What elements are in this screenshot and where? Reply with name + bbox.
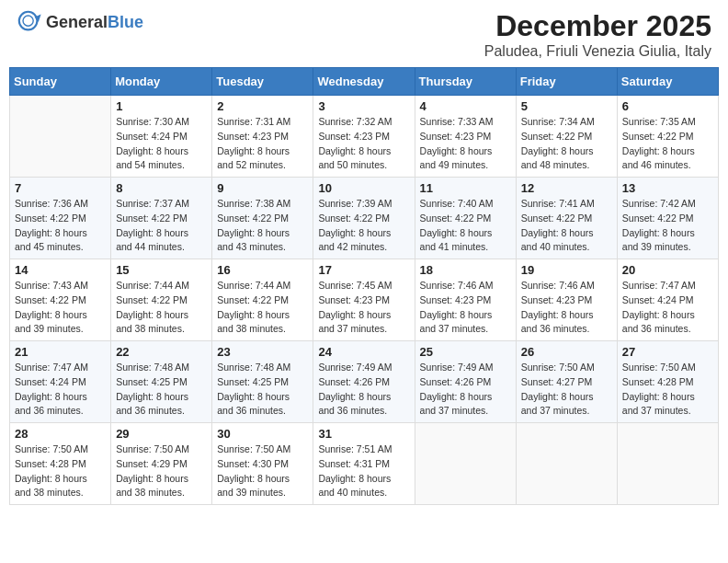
calendar-cell: 14Sunrise: 7:43 AMSunset: 4:22 PMDayligh…: [10, 259, 111, 341]
calendar-cell: 26Sunrise: 7:50 AMSunset: 4:27 PMDayligh…: [516, 341, 617, 423]
day-info: Sunrise: 7:50 AMSunset: 4:28 PMDaylight:…: [15, 442, 106, 500]
day-number: 21: [15, 345, 106, 359]
day-number: 28: [15, 427, 106, 441]
day-header-sunday: Sunday: [10, 68, 111, 96]
logo-general: General: [46, 13, 108, 31]
day-info: Sunrise: 7:31 AMSunset: 4:23 PMDaylight:…: [217, 115, 308, 173]
calendar-week-0: 1Sunrise: 7:30 AMSunset: 4:24 PMDaylight…: [10, 96, 719, 178]
calendar-cell: 2Sunrise: 7:31 AMSunset: 4:23 PMDaylight…: [212, 96, 313, 178]
day-info: Sunrise: 7:43 AMSunset: 4:22 PMDaylight:…: [15, 279, 106, 337]
day-header-thursday: Thursday: [415, 68, 516, 96]
day-number: 4: [420, 99, 511, 113]
calendar-cell: 18Sunrise: 7:46 AMSunset: 4:23 PMDayligh…: [415, 259, 516, 341]
calendar-cell: 31Sunrise: 7:51 AMSunset: 4:31 PMDayligh…: [313, 423, 415, 505]
calendar-cell: 17Sunrise: 7:45 AMSunset: 4:23 PMDayligh…: [313, 259, 415, 341]
day-header-friday: Friday: [516, 68, 617, 96]
calendar-cell: 22Sunrise: 7:48 AMSunset: 4:25 PMDayligh…: [111, 341, 212, 423]
day-info: Sunrise: 7:48 AMSunset: 4:25 PMDaylight:…: [116, 361, 207, 419]
day-number: 23: [217, 345, 308, 359]
day-number: 11: [420, 181, 511, 195]
day-number: 20: [622, 263, 713, 277]
day-info: Sunrise: 7:44 AMSunset: 4:22 PMDaylight:…: [217, 279, 308, 337]
day-number: 12: [521, 181, 612, 195]
day-info: Sunrise: 7:33 AMSunset: 4:23 PMDaylight:…: [420, 115, 511, 173]
month-title: December 2025: [484, 9, 711, 43]
calendar-cell: 5Sunrise: 7:34 AMSunset: 4:22 PMDaylight…: [516, 96, 617, 178]
calendar-cell: 1Sunrise: 7:30 AMSunset: 4:24 PMDaylight…: [111, 96, 212, 178]
calendar-cell: [516, 423, 617, 505]
logo-icon: [17, 9, 42, 35]
day-number: 26: [521, 345, 612, 359]
day-info: Sunrise: 7:38 AMSunset: 4:22 PMDaylight:…: [217, 197, 308, 255]
calendar-cell: 20Sunrise: 7:47 AMSunset: 4:24 PMDayligh…: [617, 259, 718, 341]
day-number: 6: [622, 99, 713, 113]
day-info: Sunrise: 7:39 AMSunset: 4:22 PMDaylight:…: [318, 197, 409, 255]
day-info: Sunrise: 7:42 AMSunset: 4:22 PMDaylight:…: [622, 197, 713, 255]
day-number: 10: [318, 181, 409, 195]
day-info: Sunrise: 7:51 AMSunset: 4:31 PMDaylight:…: [318, 442, 409, 500]
day-header-saturday: Saturday: [617, 68, 718, 96]
day-number: 27: [622, 345, 713, 359]
calendar-cell: 16Sunrise: 7:44 AMSunset: 4:22 PMDayligh…: [212, 259, 313, 341]
day-info: Sunrise: 7:50 AMSunset: 4:28 PMDaylight:…: [622, 361, 713, 419]
day-info: Sunrise: 7:50 AMSunset: 4:29 PMDaylight:…: [116, 442, 207, 500]
calendar-cell: 21Sunrise: 7:47 AMSunset: 4:24 PMDayligh…: [10, 341, 111, 423]
day-info: Sunrise: 7:41 AMSunset: 4:22 PMDaylight:…: [521, 197, 612, 255]
svg-point-1: [23, 16, 33, 26]
day-number: 25: [420, 345, 511, 359]
day-info: Sunrise: 7:48 AMSunset: 4:25 PMDaylight:…: [217, 361, 308, 419]
day-number: 18: [420, 263, 511, 277]
day-info: Sunrise: 7:50 AMSunset: 4:27 PMDaylight:…: [521, 361, 612, 419]
calendar-cell: 15Sunrise: 7:44 AMSunset: 4:22 PMDayligh…: [111, 259, 212, 341]
calendar-cell: 23Sunrise: 7:48 AMSunset: 4:25 PMDayligh…: [212, 341, 313, 423]
calendar: SundayMondayTuesdayWednesdayThursdayFrid…: [9, 67, 719, 505]
logo: GeneralBlue: [17, 9, 143, 35]
calendar-week-3: 21Sunrise: 7:47 AMSunset: 4:24 PMDayligh…: [10, 341, 719, 423]
day-number: 13: [622, 181, 713, 195]
day-info: Sunrise: 7:32 AMSunset: 4:23 PMDaylight:…: [318, 115, 409, 173]
title-area: December 2025 Paludea, Friuli Venezia Gi…: [484, 9, 711, 60]
day-header-monday: Monday: [111, 68, 212, 96]
day-header-wednesday: Wednesday: [313, 68, 415, 96]
calendar-cell: [415, 423, 516, 505]
day-number: 9: [217, 181, 308, 195]
day-info: Sunrise: 7:36 AMSunset: 4:22 PMDaylight:…: [15, 197, 106, 255]
day-number: 16: [217, 263, 308, 277]
calendar-cell: 10Sunrise: 7:39 AMSunset: 4:22 PMDayligh…: [313, 178, 415, 259]
calendar-cell: [617, 423, 718, 505]
calendar-week-4: 28Sunrise: 7:50 AMSunset: 4:28 PMDayligh…: [10, 423, 719, 505]
logo-blue: Blue: [108, 13, 143, 31]
day-info: Sunrise: 7:46 AMSunset: 4:23 PMDaylight:…: [521, 279, 612, 337]
calendar-cell: 8Sunrise: 7:37 AMSunset: 4:22 PMDaylight…: [111, 178, 212, 259]
calendar-week-1: 7Sunrise: 7:36 AMSunset: 4:22 PMDaylight…: [10, 178, 719, 259]
calendar-cell: 11Sunrise: 7:40 AMSunset: 4:22 PMDayligh…: [415, 178, 516, 259]
day-number: 30: [217, 427, 308, 441]
calendar-cell: 3Sunrise: 7:32 AMSunset: 4:23 PMDaylight…: [313, 96, 415, 178]
day-number: 29: [116, 427, 207, 441]
day-info: Sunrise: 7:50 AMSunset: 4:30 PMDaylight:…: [217, 442, 308, 500]
day-info: Sunrise: 7:47 AMSunset: 4:24 PMDaylight:…: [15, 361, 106, 419]
day-number: 14: [15, 263, 106, 277]
day-number: 15: [116, 263, 207, 277]
day-info: Sunrise: 7:37 AMSunset: 4:22 PMDaylight:…: [116, 197, 207, 255]
day-info: Sunrise: 7:34 AMSunset: 4:22 PMDaylight:…: [521, 115, 612, 173]
header: GeneralBlue December 2025 Paludea, Friul…: [9, 9, 719, 60]
calendar-cell: 24Sunrise: 7:49 AMSunset: 4:26 PMDayligh…: [313, 341, 415, 423]
calendar-cell: 28Sunrise: 7:50 AMSunset: 4:28 PMDayligh…: [10, 423, 111, 505]
day-info: Sunrise: 7:40 AMSunset: 4:22 PMDaylight:…: [420, 197, 511, 255]
day-number: 2: [217, 99, 308, 113]
day-info: Sunrise: 7:49 AMSunset: 4:26 PMDaylight:…: [420, 361, 511, 419]
day-info: Sunrise: 7:35 AMSunset: 4:22 PMDaylight:…: [622, 115, 713, 173]
calendar-cell: 9Sunrise: 7:38 AMSunset: 4:22 PMDaylight…: [212, 178, 313, 259]
day-number: 17: [318, 263, 409, 277]
svg-point-0: [19, 12, 38, 30]
day-info: Sunrise: 7:47 AMSunset: 4:24 PMDaylight:…: [622, 279, 713, 337]
day-info: Sunrise: 7:46 AMSunset: 4:23 PMDaylight:…: [420, 279, 511, 337]
day-number: 19: [521, 263, 612, 277]
calendar-cell: 4Sunrise: 7:33 AMSunset: 4:23 PMDaylight…: [415, 96, 516, 178]
day-info: Sunrise: 7:30 AMSunset: 4:24 PMDaylight:…: [116, 115, 207, 173]
calendar-cell: 6Sunrise: 7:35 AMSunset: 4:22 PMDaylight…: [617, 96, 718, 178]
day-number: 3: [318, 99, 409, 113]
day-number: 8: [116, 181, 207, 195]
calendar-cell: [10, 96, 111, 178]
